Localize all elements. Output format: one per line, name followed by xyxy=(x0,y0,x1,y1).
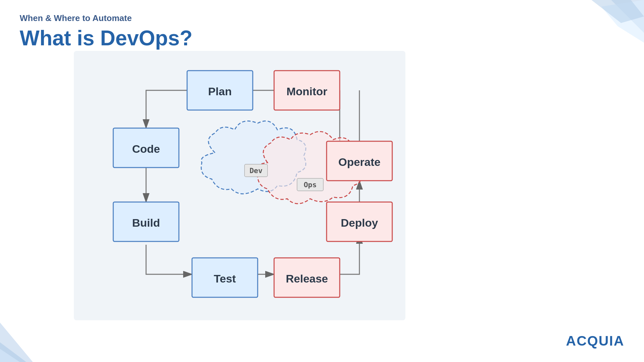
svg-marker-5 xyxy=(0,349,20,362)
release-label: Release xyxy=(286,272,328,285)
code-label: Code xyxy=(132,143,160,155)
acquia-logo: ACQUIA xyxy=(566,333,624,349)
subtitle: When & Where to Automate xyxy=(20,13,192,23)
page-title: What is DevOps? xyxy=(20,26,192,50)
ops-label: Ops xyxy=(304,181,317,189)
svg-marker-4 xyxy=(0,342,26,362)
build-label: Build xyxy=(132,216,160,229)
dev-label: Dev xyxy=(249,167,263,175)
deco-top-right xyxy=(572,0,644,59)
header: When & Where to Automate What is DevOps? xyxy=(20,13,192,50)
test-label: Test xyxy=(214,272,236,285)
monitor-label: Monitor xyxy=(287,85,328,98)
plan-label: Plan xyxy=(208,85,232,98)
diagram-svg: Plan Monitor Code Operate Build Deploy T… xyxy=(74,51,405,320)
svg-marker-2 xyxy=(591,0,644,23)
deco-bottom-left xyxy=(0,296,53,362)
svg-marker-0 xyxy=(611,0,644,33)
svg-marker-3 xyxy=(0,323,33,362)
operate-label: Operate xyxy=(338,156,381,168)
svg-marker-1 xyxy=(601,0,644,43)
diagram-container: Plan Monitor Code Operate Build Deploy T… xyxy=(74,51,405,320)
deploy-label: Deploy xyxy=(341,216,378,229)
